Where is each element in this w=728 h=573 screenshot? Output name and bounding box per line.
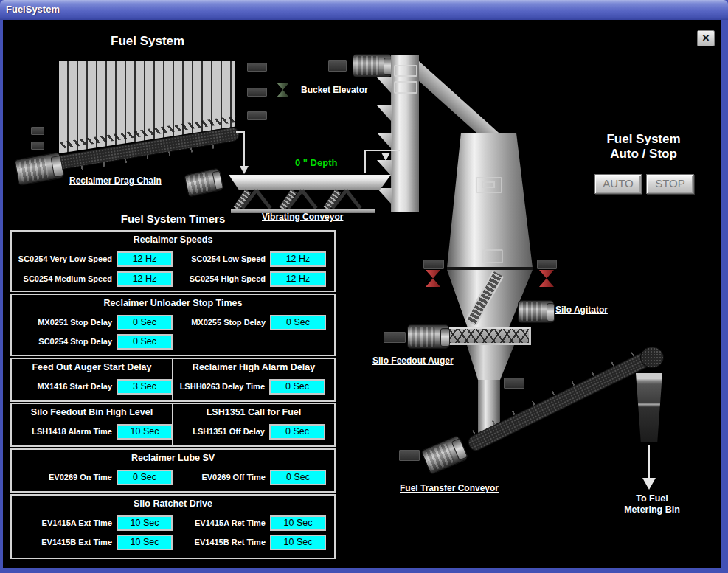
timer-label: EV1415B Ret Time [177,538,266,546]
timer-label: SC0254 High Speed [177,274,266,283]
status-indicator [31,127,44,135]
spring-support-icon [286,190,317,210]
control-group-subtitle: Auto / Stop [568,147,719,162]
flow-line [648,445,650,478]
timer-value-field[interactable]: 10 Sec [117,535,173,550]
bucket-icon [377,160,392,176]
silo-agitator-label[interactable]: Silo Agitator [555,305,608,315]
timer-box-feedout-auger-start: Feed Out Auger Start Delay MX1416 Start … [10,358,173,402]
timer-value-field[interactable]: 10 Sec [117,424,173,440]
timer-box-unloader-stop-times: Reclaimer Unloader Stop Times MX0251 Sto… [10,294,336,356]
timer-value-field[interactable]: 10 Sec [270,535,326,550]
timer-value-field[interactable]: 12 Hz [270,251,326,267]
fuel-system-window: FuelSystem Fuel System ✕ Reclaimer Drag … [0,0,728,573]
bucket-icon [377,133,392,149]
depth-readout: 0 " Depth [295,157,337,168]
reclaimer-drag-chain-label[interactable]: Reclaimer Drag Chain [69,176,162,186]
timer-label: SC0254 Very Low Speed [12,254,112,263]
auto-button[interactable]: AUTO [594,174,642,194]
close-button[interactable]: ✕ [697,30,715,46]
timer-value-field[interactable]: 10 Sec [270,515,326,531]
timer-label: EV1415A Ext Time [12,518,112,527]
hmi-client-area: Fuel System ✕ Reclaimer Drag Chain Bucke… [3,20,721,568]
section-header: LSH1351 Call for Fuel [173,404,334,417]
timer-row: SC0254 Medium Speed 12 Hz SC0254 High Sp… [12,270,334,288]
timer-label: LSH1418 Alarm Time [12,427,112,436]
timer-box-reclaimer-lube-sv: Reclaimer Lube SV EV0269 On Time 0 Sec E… [10,448,336,493]
timer-label: LSH1351 Off Delay [173,427,265,436]
timer-box-reclaimer-speeds: Reclaimer Speeds SC0254 Very Low Speed 1… [10,230,336,292]
timer-label: MX0255 Stop Delay [177,318,266,327]
timer-row: LSH1418 Alarm Time 10 Sec [12,423,172,440]
drag-chain-motor-icon [14,152,63,186]
timer-label: SC0254 Medium Speed [12,274,112,283]
vibrating-conveyor-motor-icon [184,167,223,197]
timer-value-field[interactable]: 3 Sec [117,379,173,395]
timer-label: SC0254 Low Speed [177,254,266,263]
timer-label: MX1416 Start Delay [12,382,112,391]
status-indicator [247,88,267,97]
vibrating-pan-icon [229,175,391,190]
stop-button[interactable]: STOP [646,174,694,194]
timer-value-field[interactable]: 12 Hz [117,251,173,267]
status-indicator [247,111,267,120]
status-indicator [504,378,524,389]
timer-value-field[interactable]: 0 Sec [269,379,325,395]
status-indicator [31,142,44,150]
timer-label: EV1415B Ext Time [12,538,112,546]
flow-line [364,150,366,173]
status-indicator [328,60,347,72]
flow-line [364,150,400,151]
timer-row: LSH1351 Off Delay 0 Sec [173,423,334,440]
timer-box-high-alarm-delay: Reclaimer High Alarm Delay LSHH0263 Dela… [172,358,336,402]
alarm-valve-icon [426,270,440,287]
feedout-auger-motor-icon [407,324,449,349]
ok-valve-icon [277,83,289,97]
flow-arrow-down-icon [240,166,249,174]
timer-value-field[interactable]: 0 Sec [117,470,173,485]
timer-value-field[interactable]: 12 Hz [117,271,173,287]
timer-value-field[interactable]: 0 Sec [270,470,326,485]
window-titlebar[interactable]: FuelSystem [0,0,728,20]
timer-row: EV1415B Ext Time 10 Sec EV1415B Ret Time… [12,533,334,551]
flow-line [243,131,245,166]
timer-value-field[interactable]: 12 Hz [270,271,326,287]
section-header: Reclaimer Lube SV [12,450,334,463]
section-header: Reclaimer High Alarm Delay [173,359,334,372]
timer-box-silo-ratchet-drive: Silo Ratchet Drive EV1415A Ext Time 10 S… [10,494,336,559]
feedout-auger-icon [447,327,531,345]
close-icon: ✕ [702,32,710,44]
timer-row: SC0254 Stop Delay 0 Sec [12,333,334,350]
section-header: Feed Out Auger Start Delay [12,359,172,372]
timer-row: MX1416 Start Delay 3 Sec [12,378,172,395]
timer-value-field[interactable]: 0 Sec [117,315,173,330]
to-fuel-metering-bin-label: To Fuel Metering Bin [600,493,704,515]
section-header: Silo Feedout Bin High Level [12,404,172,417]
to-fuel-line2: Metering Bin [600,504,704,515]
timer-label: EV0269 On Time [12,473,112,482]
bucket-elevator-label[interactable]: Bucket Elevator [301,85,368,95]
timer-label: EV0269 Off Time [177,473,266,482]
timer-row: MX0251 Stop Delay 0 Sec MX0255 Stop Dela… [12,313,334,331]
page-title: Fuel System [111,34,184,49]
timer-label: MX0251 Stop Delay [12,318,112,327]
timer-label: LSHH0263 Delay Time [173,382,265,391]
alarm-valve-icon [539,270,554,287]
column-panel-icon [394,65,417,77]
silo-funnel-icon [467,345,514,380]
metering-bin-icon [636,373,662,442]
spring-leg [255,189,272,209]
spring-leg [345,189,362,209]
fuel-transfer-conveyor-label[interactable]: Fuel Transfer Conveyor [400,483,499,493]
bucket-elevator-column-icon [391,55,419,212]
silo-feedout-auger-label[interactable]: Silo Feedout Auger [372,355,454,366]
status-indicator [399,450,420,461]
section-header: Reclaimer Speeds [12,232,334,245]
timer-value-field[interactable]: 0 Sec [270,315,326,330]
timer-value-field[interactable]: 0 Sec [269,424,325,440]
timer-value-field[interactable]: 0 Sec [117,334,173,350]
timer-value-field[interactable]: 10 Sec [117,515,173,531]
timer-row: EV1415A Ext Time 10 Sec EV1415A Ret Time… [12,514,334,532]
silo-junction-line [447,267,533,270]
status-indicator [537,260,557,269]
